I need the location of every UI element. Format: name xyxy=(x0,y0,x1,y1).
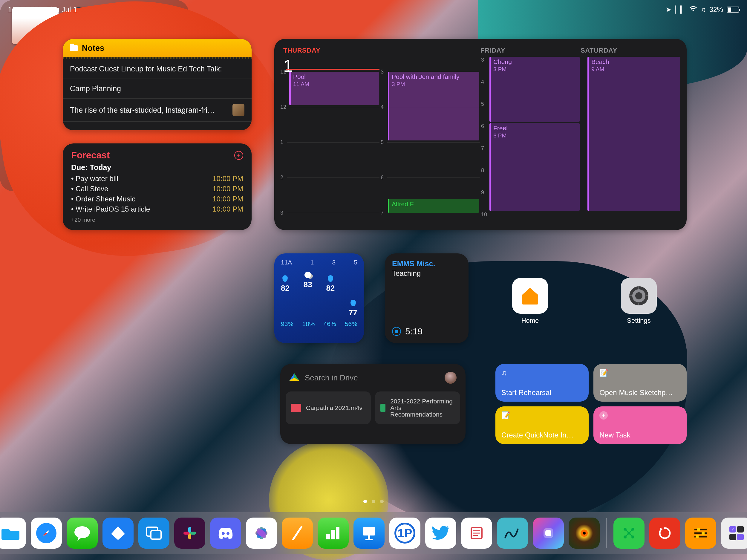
raindrop-icon xyxy=(351,300,356,306)
task-row[interactable]: • Call Steve10:00 PM xyxy=(71,184,243,194)
svg-rect-14 xyxy=(183,532,189,535)
reminder-widget[interactable]: EMMS Misc. Teaching 5:19 xyxy=(385,253,468,343)
dock-shortcuts[interactable] xyxy=(533,517,564,549)
drive-logo-icon xyxy=(289,373,300,382)
cal-thu-col-pm: 3 4 5 6 7 Pool with Jen and family3 PM A… xyxy=(381,69,480,227)
cal-event-beach[interactable]: Beach9 AM xyxy=(588,57,680,211)
day-label-friday: FRIDAY xyxy=(481,47,577,54)
dock-messages[interactable] xyxy=(67,517,98,549)
svg-rect-50 xyxy=(702,532,704,535)
notes-widget[interactable]: Notes Podcast Guest Lineup for Music Ed … xyxy=(63,39,252,130)
task-row[interactable]: • Write iPadOS 15 article10:00 PM xyxy=(71,204,243,214)
note-item[interactable]: Camp Planning xyxy=(63,79,252,99)
svg-rect-51 xyxy=(696,535,699,538)
shortcuts-widget: ♫ Start Rehearsal 📝 Open Music Sketchp… … xyxy=(495,364,687,444)
svg-rect-10 xyxy=(151,531,161,539)
notes-title: Notes xyxy=(82,44,104,53)
dock-recent-green[interactable] xyxy=(613,517,645,549)
cal-sat-col: Beach9 AM xyxy=(582,69,681,227)
svg-rect-54 xyxy=(729,534,736,540)
avatar[interactable] xyxy=(445,372,457,384)
battery-pct: 32% xyxy=(710,6,723,14)
svg-point-16 xyxy=(227,532,230,535)
drive-widget[interactable]: Search in Drive Carpathia 2021.m4v 2021-… xyxy=(280,364,466,444)
svg-point-38 xyxy=(583,532,586,535)
partly-cloudy-icon xyxy=(305,272,311,278)
dock-eye[interactable] xyxy=(569,517,600,549)
sheets-file-icon xyxy=(380,404,385,412)
reminder-subtitle: Teaching xyxy=(392,269,461,278)
notes-header: Notes xyxy=(63,39,252,57)
music-playing-icon: ♫ xyxy=(701,6,706,14)
cal-event-cheng[interactable]: Cheng3 PM xyxy=(489,57,580,122)
dock-numbers[interactable] xyxy=(318,517,349,549)
drive-file[interactable]: Carpathia 2021.m4v xyxy=(286,391,371,424)
dock-separator xyxy=(606,518,607,548)
task-row[interactable]: • Order Sheet Music10:00 PM xyxy=(71,194,243,204)
dock-handwriting[interactable] xyxy=(497,517,528,549)
drive-search[interactable]: Search in Drive xyxy=(289,373,358,382)
app-settings[interactable]: Settings xyxy=(621,278,657,325)
dock-multitask[interactable] xyxy=(138,517,170,549)
wifi-icon xyxy=(689,6,697,14)
cal-event-pool-jen[interactable]: Pool with Jen and family3 PM xyxy=(388,72,479,141)
note-item[interactable]: The rise of the star-studded, Instagram-… xyxy=(63,99,252,122)
more-tasks[interactable]: +20 more xyxy=(71,217,243,223)
clock: 11:04 AM xyxy=(8,5,40,14)
shortcut-start-rehearsal[interactable]: ♫ Start Rehearsal xyxy=(495,364,589,402)
plus-icon: + xyxy=(599,411,608,419)
stop-icon[interactable] xyxy=(392,327,401,336)
location-icon: ➤ xyxy=(666,6,671,14)
svg-rect-49 xyxy=(697,528,700,531)
task-row[interactable]: • Pay water bill10:00 PM xyxy=(71,174,243,184)
svg-rect-27 xyxy=(336,527,339,539)
dock-recent-grid[interactable]: ✓ xyxy=(721,517,747,549)
status-bar: 11:04 AM Thu Jul 1 ➤ ▏▎ ♫ 32% xyxy=(0,4,747,15)
shortcut-open-sketchpad[interactable]: 📝 Open Music Sketchp… xyxy=(593,364,687,402)
compose-icon: 📝 xyxy=(501,411,583,419)
svg-rect-30 xyxy=(365,539,372,540)
note-thumb xyxy=(232,104,244,116)
dock-discord[interactable] xyxy=(210,517,241,549)
add-task-icon[interactable]: + xyxy=(234,151,243,160)
dock-photos[interactable] xyxy=(246,517,277,549)
shortcut-quicknote[interactable]: 📝 Create QuickNote In… xyxy=(495,406,589,444)
page-indicator[interactable] xyxy=(363,500,384,503)
things-widget[interactable]: Forecast + Due: Today • Pay water bill10… xyxy=(63,144,252,230)
svg-rect-25 xyxy=(326,534,330,539)
dock-safari[interactable] xyxy=(31,517,62,549)
cal-fri-col: 3 4 5 6 7 8 9 10 Cheng3 PM Freel6 PM xyxy=(482,69,580,227)
dock-drafts[interactable] xyxy=(461,517,492,549)
svg-rect-55 xyxy=(737,534,744,540)
app-home[interactable]: Home xyxy=(512,278,548,325)
dock-spark[interactable] xyxy=(102,517,134,549)
svg-text:✓: ✓ xyxy=(731,527,735,532)
due-label: Due: Today xyxy=(71,163,243,172)
dock-slack[interactable] xyxy=(174,517,205,549)
calendar-widget[interactable]: THURSDAY 1 FRIDAY SATURDAY 11 12 1 2 3 P… xyxy=(274,39,687,230)
battery-icon xyxy=(727,6,739,12)
svg-rect-26 xyxy=(331,530,335,539)
cal-event-pool[interactable]: Pool11 AM xyxy=(289,72,379,105)
dock-twitter[interactable] xyxy=(425,517,456,549)
day-label-thursday: THURSDAY xyxy=(283,47,478,54)
dock-files[interactable] xyxy=(0,517,26,549)
cal-event-alfred[interactable]: Alfred F xyxy=(388,199,479,213)
drive-file[interactable]: 2021-2022 Performing Arts Recommendation… xyxy=(375,391,460,424)
compose-icon: 📝 xyxy=(599,369,681,377)
dock-recent-red[interactable] xyxy=(649,517,680,549)
dock-pages[interactable] xyxy=(282,517,313,549)
note-item[interactable]: Podcast Guest Lineup for Music Ed Tech T… xyxy=(63,59,252,79)
dock-recent-orange[interactable] xyxy=(685,517,716,549)
cal-event-freel[interactable]: Freel6 PM xyxy=(489,123,580,211)
shortcut-new-task[interactable]: + New Task xyxy=(593,406,687,444)
dock-1password[interactable]: 1P xyxy=(389,517,420,549)
cal-thu-col-am: 11 12 1 2 3 Pool11 AM xyxy=(281,69,380,227)
date: Thu Jul 1 xyxy=(47,5,77,14)
reminder-title: EMMS Misc. xyxy=(392,259,461,268)
day-label-saturday: SATURDAY xyxy=(581,47,678,54)
timer-value: 5:19 xyxy=(405,326,422,336)
weather-widget[interactable]: 11A 1 3 5 82 83 82 77 93% 18% 46% 56% xyxy=(274,253,364,343)
current-time-indicator xyxy=(286,69,380,70)
dock-keynote[interactable] xyxy=(354,517,385,549)
